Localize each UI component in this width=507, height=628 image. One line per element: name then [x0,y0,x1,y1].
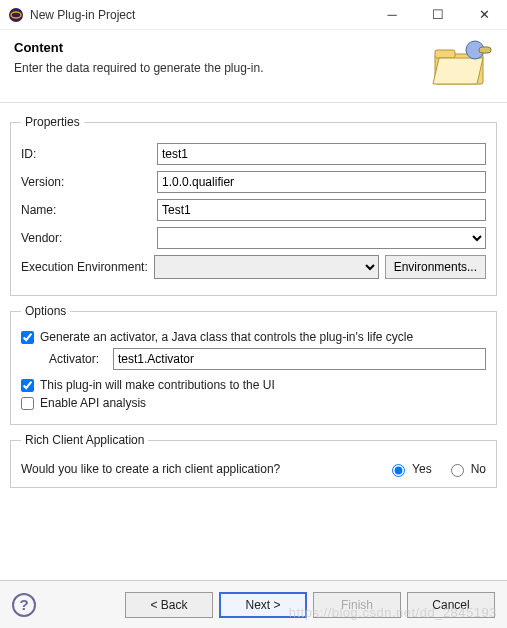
plugin-folder-icon [429,40,493,88]
vendor-label: Vendor: [21,231,157,245]
api-analysis-label: Enable API analysis [40,396,146,410]
wizard-footer: ? < Back Next > Finish Cancel [0,580,507,628]
api-analysis-checkbox[interactable] [21,397,34,410]
options-group: Options Generate an activator, a Java cl… [10,304,497,425]
environments-button[interactable]: Environments... [385,255,486,279]
properties-legend: Properties [21,115,84,129]
close-button[interactable]: ✕ [461,0,507,30]
eclipse-icon [8,7,24,23]
rich-client-group: Rich Client Application Would you like t… [10,433,497,488]
version-input[interactable] [157,171,486,193]
rich-yes-radio[interactable]: Yes [387,461,432,477]
ui-contrib-label: This plug-in will make contributions to … [40,378,275,392]
id-input[interactable] [157,143,486,165]
generate-activator-checkbox[interactable] [21,331,34,344]
options-legend: Options [21,304,70,318]
vendor-select[interactable] [157,227,486,249]
minimize-button[interactable]: ─ [369,0,415,30]
version-label: Version: [21,175,157,189]
rich-no-radio[interactable]: No [446,461,486,477]
activator-input[interactable] [113,348,486,370]
maximize-button[interactable]: ☐ [415,0,461,30]
wizard-banner: Content Enter the data required to gener… [0,30,507,103]
cancel-button[interactable]: Cancel [407,592,495,618]
titlebar: New Plug-in Project ─ ☐ ✕ [0,0,507,30]
back-button[interactable]: < Back [125,592,213,618]
env-select[interactable] [154,255,379,279]
activator-label: Activator: [49,352,113,366]
rich-client-legend: Rich Client Application [21,433,148,447]
name-label: Name: [21,203,157,217]
wizard-content: Properties ID: Version: Name: Vendor: Ex… [0,103,507,506]
id-label: ID: [21,147,157,161]
help-icon[interactable]: ? [12,593,36,617]
svg-rect-5 [479,47,491,53]
next-button[interactable]: Next > [219,592,307,618]
name-input[interactable] [157,199,486,221]
page-title: Content [14,40,429,55]
window-title: New Plug-in Project [30,8,369,22]
page-description: Enter the data required to generate the … [14,61,429,75]
env-label: Execution Environment: [21,260,148,274]
ui-contrib-checkbox[interactable] [21,379,34,392]
properties-group: Properties ID: Version: Name: Vendor: Ex… [10,115,497,296]
finish-button[interactable]: Finish [313,592,401,618]
generate-activator-label: Generate an activator, a Java class that… [40,330,413,344]
rich-client-question: Would you like to create a rich client a… [21,462,387,476]
svg-rect-3 [435,50,455,58]
